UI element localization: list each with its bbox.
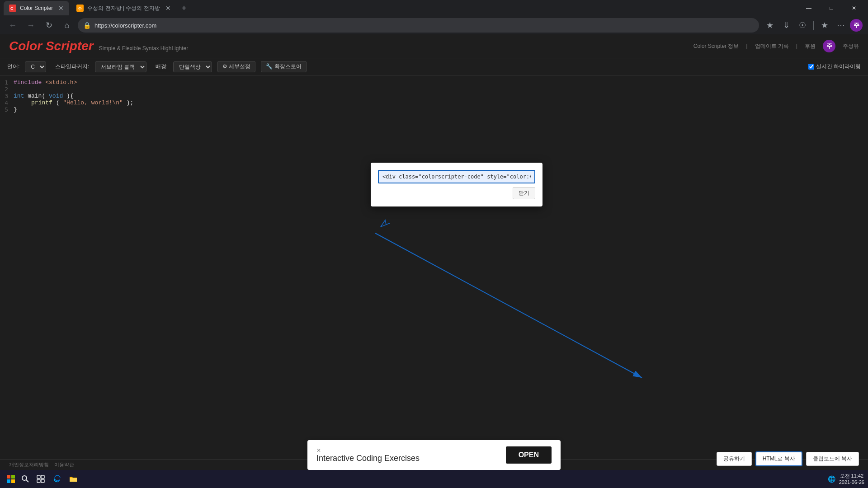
bottom-ad-inner: ✕ Interactive Coding Exercises OPEN [307, 440, 561, 470]
include-keyword: #include [14, 79, 42, 86]
lock-icon: 🔒 [83, 22, 91, 29]
close-button[interactable]: ✕ [844, 1, 864, 15]
tab-close-other[interactable]: ✕ [165, 5, 171, 12]
style-select[interactable]: 서브라임 블랙 [95, 61, 146, 72]
clipboard-button[interactable]: 클립보드에 복사 [806, 452, 859, 466]
extensions-icon[interactable]: ☉ [795, 18, 810, 33]
bg-select[interactable]: 단일색상 [173, 61, 212, 72]
header-link-info[interactable]: Color Scripter 정보 [693, 42, 739, 50]
settings-button[interactable]: ⚙ 세부설정 [217, 61, 255, 72]
date: 2021-06-26 [839, 479, 864, 485]
bottom-ad-x-close[interactable]: ✕ [316, 447, 321, 454]
cs-header: Color Scripter Simple & Flexible Syntax … [0, 34, 868, 58]
language-select[interactable]: C [25, 61, 46, 72]
profile-button[interactable]: 주 [850, 19, 863, 32]
share-button[interactable]: 공유하기 [717, 452, 752, 466]
search-button[interactable] [18, 472, 33, 486]
line-code-1: #include <stdio.h> [14, 79, 77, 86]
cs-header-right: Color Scripter 정보 | 업데이트 기록 | 후원 주 주성유 [693, 40, 859, 52]
line-num-5: 5 [0, 106, 14, 113]
html-copy-button[interactable]: HTML로 복사 [755, 451, 802, 466]
svg-line-5 [375, 233, 642, 378]
home-button[interactable]: ⌂ [60, 18, 74, 33]
line-num-1: 1 [0, 79, 14, 86]
extension-button[interactable]: 🔧 확장스토어 [261, 61, 306, 72]
address-actions: ★ ⇓ ☉ ★ ⋯ 주 [763, 18, 863, 33]
svg-text:수: 수 [78, 6, 82, 11]
user-name: 주성유 [843, 42, 859, 50]
modal-input[interactable] [378, 170, 535, 183]
realtime-checkbox-area: 실시간 하이라이링 [808, 63, 861, 70]
bottom-ad-text: Interactive Coding Exercises [316, 454, 420, 463]
printf-function: printf [31, 99, 52, 106]
cs-toolbar: 언어: C 스타일파커지: 서브라임 블랙 배경: 단일색상 ⚙ 세부설정 🔧 … [0, 58, 868, 75]
app-area: Color Scripter Simple & Flexible Syntax … [0, 34, 868, 470]
tabs-container: C Color Scripter ✕ 수 수성의 전자방 | 수성의 전자방 ✕… [4, 1, 186, 15]
minimize-button[interactable]: — [798, 1, 819, 15]
maximize-button[interactable]: □ [821, 1, 842, 15]
modal-dialog: 닫기 [371, 163, 542, 206]
modal-footer: 닫기 [378, 187, 535, 199]
header-link-update[interactable]: 업데이트 기록 [755, 42, 789, 50]
void-keyword: void [49, 93, 63, 99]
int-keyword: int [14, 93, 24, 99]
url-text: https://colorscripter.com [94, 22, 156, 29]
include-header: <stdio.h> [45, 79, 77, 86]
settings-icon[interactable]: ⋯ [834, 18, 848, 33]
bg-label: 배경: [156, 63, 168, 70]
code-line-3: 3 int main( void ){ [0, 93, 868, 99]
svg-rect-6 [7, 475, 10, 479]
time-display: 오전 11:42 2021-06-26 [839, 473, 864, 486]
task-view-button[interactable] [33, 472, 48, 486]
svg-line-11 [26, 480, 28, 482]
svg-rect-7 [11, 475, 15, 479]
tab-color-scripter[interactable]: C Color Scripter ✕ [4, 1, 69, 15]
svg-rect-8 [7, 479, 10, 483]
code-line-1: 1 #include <stdio.h> [0, 79, 868, 86]
divider [813, 21, 814, 30]
tab-other[interactable]: 수 수성의 전자방 | 수성의 전자방 ✕ [71, 1, 176, 15]
line-code-4: printf ( "Hello, world!\n" ); [14, 99, 133, 106]
file-explorer-icon[interactable] [66, 472, 80, 486]
collections-icon[interactable]: ★ [763, 18, 777, 33]
taskbar-right: 🌐 오전 11:42 2021-06-26 [828, 473, 864, 486]
tab-label-other: 수성의 전자방 | 수성의 전자방 [87, 5, 160, 12]
address-bar: ← → ↻ ⌂ 🔒 https://colorscripter.com ★ ⇓ … [0, 16, 868, 34]
edge-taskbar-icon[interactable] [50, 472, 64, 486]
string-literal: "Hello, world!\n" [63, 99, 123, 106]
forward-button[interactable]: → [24, 18, 38, 33]
line-num-2: 2 [0, 86, 14, 93]
svg-rect-12 [37, 475, 40, 479]
cursor-annotation [376, 218, 394, 233]
back-button[interactable]: ← [5, 18, 20, 33]
favorites-icon[interactable]: ★ [817, 18, 832, 33]
user-profile-button[interactable]: 주 [823, 40, 835, 52]
realtime-label: 실시간 하이라이링 [816, 63, 861, 70]
style-label: 스타일파커지: [55, 63, 89, 70]
language-label: 언어: [7, 63, 19, 70]
time: 오전 11:42 [839, 473, 864, 479]
refresh-button[interactable]: ↻ [42, 18, 56, 33]
download-icon[interactable]: ⇓ [779, 18, 793, 33]
network-icon: 🌐 [828, 475, 835, 483]
modal-close-button[interactable]: 닫기 [513, 187, 535, 199]
tab-favicon-other: 수 [76, 5, 84, 12]
code-line-2: 2 [0, 86, 868, 93]
code-editor[interactable]: 1 #include <stdio.h> 2 3 int main( void … [0, 75, 868, 166]
url-bar[interactable]: 🔒 https://colorscripter.com [78, 18, 759, 33]
svg-rect-14 [37, 479, 40, 483]
line-code-2 [14, 86, 17, 93]
svg-rect-9 [11, 479, 15, 483]
header-link-support[interactable]: 후원 [805, 42, 816, 50]
svg-rect-13 [41, 475, 44, 479]
start-button[interactable] [4, 472, 18, 486]
code-line-5: 5 } [0, 106, 868, 113]
svg-text:C: C [10, 6, 14, 11]
bottom-actions: 공유하기 HTML로 복사 클립보드에 복사 [717, 451, 859, 466]
tab-close-cs[interactable]: ✕ [58, 5, 64, 12]
realtime-checkbox[interactable] [808, 64, 814, 70]
new-tab-button[interactable]: + [182, 4, 187, 13]
logo-area: Color Scripter Simple & Flexible Syntax … [9, 39, 188, 53]
line-num-4: 4 [0, 99, 14, 106]
open-button[interactable]: OPEN [506, 446, 552, 464]
